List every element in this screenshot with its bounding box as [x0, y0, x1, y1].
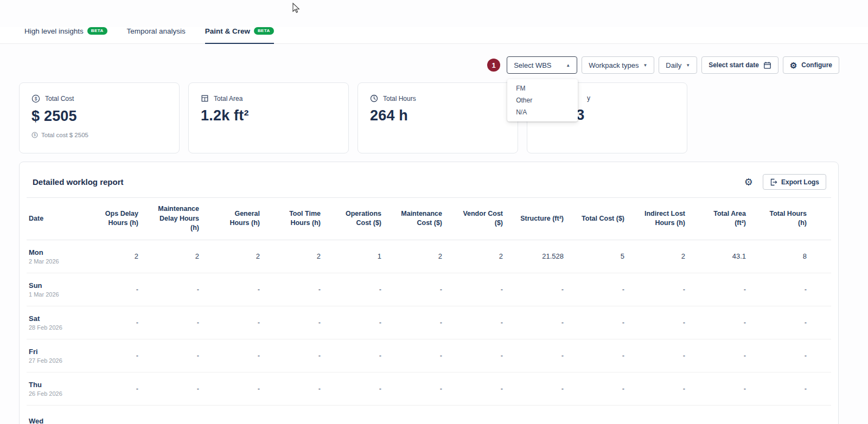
value-cell: - [86, 339, 147, 372]
value-cell [755, 405, 815, 424]
period-dropdown[interactable]: Daily ▼ [659, 56, 697, 74]
worklog-table-body: Mon2 Mar 2026222212221.5285243.18Sun1 Ma… [27, 240, 831, 424]
value-cell: - [390, 306, 451, 339]
date-label: 27 Feb 2026 [29, 357, 86, 364]
export-logs-button[interactable]: Export Logs [763, 174, 826, 190]
day-label: Thu [29, 381, 86, 389]
column-header: P [815, 198, 831, 240]
value-cell: 2 [208, 240, 269, 273]
value-cell: - [329, 306, 390, 339]
value-cell: - [451, 372, 512, 405]
chevron-down-icon: ▼ [643, 63, 647, 68]
value-cell [572, 405, 633, 424]
column-header: Structure (ft²) [512, 198, 572, 240]
table-settings-gear-icon[interactable]: ⚙ [744, 177, 753, 187]
value-cell: - [390, 273, 451, 306]
value-cell: - [512, 372, 572, 405]
value-cell: - [269, 306, 329, 339]
column-header: Date [27, 198, 86, 240]
value-cell: - [755, 372, 815, 405]
table-row: Fri27 Feb 2026------------ [27, 339, 831, 372]
tab-label: Paint & Crew [205, 27, 250, 35]
value-cell: - [694, 273, 755, 306]
day-label: Sat [29, 314, 86, 323]
value-cell [815, 339, 831, 372]
value-cell: - [208, 372, 269, 405]
wbs-option-fm[interactable]: FM [507, 82, 578, 94]
date-cell: Wed [27, 405, 86, 424]
date-label: 2 Mar 2026 [29, 258, 86, 265]
value-cell: 2 [86, 240, 147, 273]
column-header: Indirect Lost Hours (h) [633, 198, 694, 240]
value-cell [815, 306, 831, 339]
value-cell: - [208, 273, 269, 306]
coin-icon: $ [31, 132, 38, 138]
export-logs-label: Export Logs [781, 178, 819, 186]
svg-text:$: $ [35, 96, 37, 101]
column-header: Maintenance Delay Hours (h) [147, 198, 208, 240]
value-cell: - [86, 372, 147, 405]
day-label: Sun [29, 281, 86, 290]
value-cell: - [451, 306, 512, 339]
value-cell [390, 405, 451, 424]
select-start-date-label: Select start date [709, 61, 759, 69]
value-cell: - [390, 339, 451, 372]
date-cell: Sun1 Mar 2026 [27, 273, 86, 306]
value-cell: - [694, 339, 755, 372]
value-cell: 8 [755, 240, 815, 273]
value-cell [147, 405, 208, 424]
total-area-card: Total Area 1.2k ft² [188, 82, 349, 153]
period-label: Daily [666, 61, 681, 69]
clock-icon [370, 94, 378, 102]
value-cell [86, 405, 147, 424]
column-header: Maintenance Cost ($) [390, 198, 451, 240]
select-wbs-label: Select WBS [514, 61, 551, 69]
date-label: 1 Mar 2026 [29, 291, 86, 298]
value-cell [208, 405, 269, 424]
date-cell: Fri27 Feb 2026 [27, 339, 86, 372]
value-cell: - [694, 306, 755, 339]
value-cell: 5 [572, 240, 633, 273]
date-cell: Sat28 Feb 2026 [27, 306, 86, 339]
select-start-date-button[interactable]: Select start date [701, 56, 778, 74]
value-cell: - [451, 273, 512, 306]
workpack-types-dropdown[interactable]: Workpack types ▼ [582, 56, 654, 74]
configure-button[interactable]: ⚙ Configure [783, 56, 839, 74]
value-cell: - [755, 339, 815, 372]
worklog-table-wrapper[interactable]: DateOps Delay Hours (h)Maintenance Delay… [27, 197, 831, 424]
tab-high-level-insights[interactable]: High level insights BETA [24, 27, 107, 44]
value-cell: - [633, 273, 694, 306]
value-cell: 2 [390, 240, 451, 273]
value-cell [329, 405, 390, 424]
value-cell: - [269, 372, 329, 405]
wbs-option-na[interactable]: N/A [507, 106, 578, 118]
value-cell [815, 273, 831, 306]
tab-label: High level insights [24, 27, 84, 35]
wbs-option-other[interactable]: Other [507, 94, 578, 106]
value-cell: - [694, 372, 755, 405]
value-cell: - [755, 306, 815, 339]
tab-temporal-analysis[interactable]: Temporal analysis [127, 27, 186, 44]
calendar-icon [763, 61, 771, 69]
value-cell: - [512, 306, 572, 339]
value-cell: 2 [633, 240, 694, 273]
chevron-down-icon: ▼ [686, 63, 690, 68]
value-cell: - [269, 339, 329, 372]
beta-badge: BETA [87, 27, 107, 35]
value-cell: - [147, 273, 208, 306]
column-header: Total Hours (h) [755, 198, 815, 240]
value-cell: - [147, 372, 208, 405]
value-cell: - [755, 273, 815, 306]
value-cell: 2 [451, 240, 512, 273]
day-label: Fri [29, 348, 86, 356]
tab-bar: High level insights BETA Temporal analys… [0, 27, 868, 44]
card-label: Total Area [214, 95, 242, 102]
tab-paint-and-crew[interactable]: Paint & Crew BETA [205, 27, 274, 44]
card-label: y [587, 94, 590, 102]
value-cell: - [86, 306, 147, 339]
stat-cards-row: $ Total Cost $ 2505 $ Total cost $ 2505 [19, 82, 687, 153]
value-cell: - [147, 339, 208, 372]
value-cell: - [572, 273, 633, 306]
worklog-table-head-row: DateOps Delay Hours (h)Maintenance Delay… [27, 198, 831, 240]
select-wbs-dropdown[interactable]: Select WBS ▲ FM Other N/A [507, 56, 577, 74]
